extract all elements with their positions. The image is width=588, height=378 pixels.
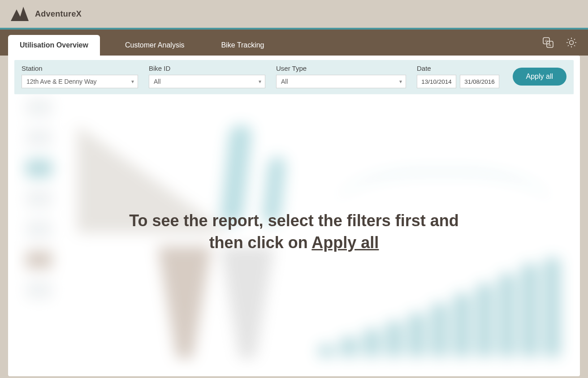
tabstrip-actions: G A — [540, 30, 579, 56]
date-from-value: 13/10/2014 — [421, 78, 452, 85]
svg-marker-1 — [19, 7, 29, 21]
filter-user-type: User Type All ▾ — [276, 64, 406, 88]
bike-id-select[interactable]: All ▾ — [149, 75, 265, 88]
overlay-line-2-prefix: then click on — [209, 233, 312, 252]
date-from-input[interactable]: 13/10/2014 — [417, 75, 456, 88]
apply-all-button[interactable]: Apply all — [513, 68, 566, 86]
mountain-logo-icon — [11, 7, 29, 21]
svg-text:G: G — [545, 39, 548, 43]
chevron-down-icon: ▾ — [131, 78, 134, 85]
chevron-down-icon: ▾ — [259, 78, 261, 85]
filter-station: Station 12th Ave & E Denny Way ▾ — [22, 64, 138, 88]
filter-bar: Station 12th Ave & E Denny Way ▾ Bike ID… — [14, 60, 574, 94]
tab-label: Customer Analysis — [125, 41, 185, 49]
select-value: 12th Ave & E Denny Way — [26, 78, 96, 85]
svg-text:A: A — [549, 43, 551, 47]
date-to-value: 31/08/2016 — [464, 78, 495, 85]
tab-utilisation-overview[interactable]: Utilisation Overview — [8, 35, 100, 56]
date-to-input[interactable]: 31/08/2016 — [460, 75, 499, 88]
translate-icon[interactable]: G A — [540, 35, 556, 50]
brand-bar: AdventureX — [0, 0, 588, 30]
empty-state-overlay: To see the report, select the filters fi… — [14, 94, 574, 370]
chevron-down-icon: ▾ — [399, 78, 402, 85]
station-select[interactable]: 12th Ave & E Denny Way ▾ — [22, 75, 138, 88]
tab-label: Bike Tracking — [221, 41, 264, 49]
tab-strip: Utilisation Overview Customer Analysis B… — [0, 30, 588, 56]
report-area: To see the report, select the filters fi… — [14, 94, 574, 370]
brand-logo: AdventureX — [11, 7, 82, 21]
overlay-apply-link[interactable]: Apply all — [311, 233, 379, 252]
tab-bike-tracking[interactable]: Bike Tracking — [209, 35, 276, 56]
filter-bike-id: Bike ID All ▾ — [149, 64, 265, 88]
page-body: Station 12th Ave & E Denny Way ▾ Bike ID… — [8, 56, 580, 376]
tab-customer-analysis[interactable]: Customer Analysis — [113, 35, 196, 56]
brand-name: AdventureX — [35, 9, 82, 19]
user-type-select[interactable]: All ▾ — [276, 75, 406, 88]
empty-state-message: To see the report, select the filters fi… — [129, 210, 459, 253]
filter-label: Date — [417, 64, 499, 72]
select-value: All — [281, 78, 288, 85]
filter-label: Station — [22, 64, 138, 72]
filter-date: Date 13/10/2014 31/08/2016 — [417, 64, 499, 88]
overlay-line-1: To see the report, select the filters fi… — [129, 211, 459, 230]
filter-label: Bike ID — [149, 64, 265, 72]
select-value: All — [154, 78, 161, 85]
svg-point-6 — [570, 41, 574, 45]
tab-label: Utilisation Overview — [20, 41, 88, 49]
filter-label: User Type — [276, 64, 406, 72]
settings-gear-icon[interactable] — [564, 35, 579, 50]
